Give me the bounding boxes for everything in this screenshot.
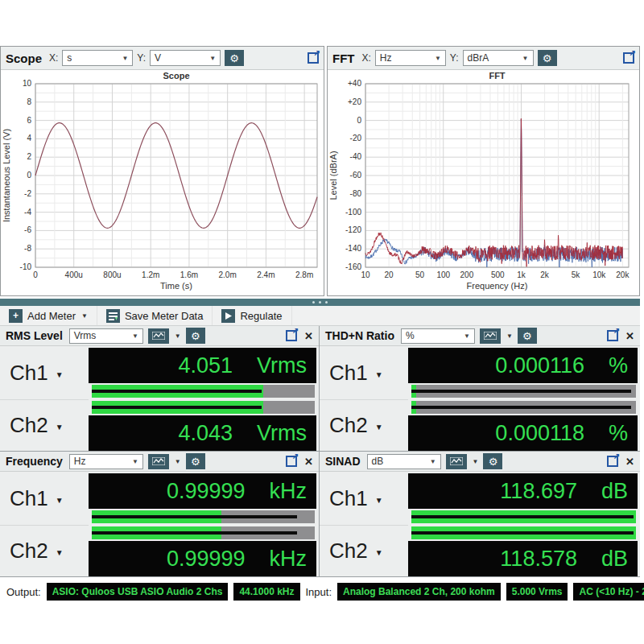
rms-close-icon[interactable]: ✕ — [304, 331, 313, 341]
svg-text:Time (s): Time (s) — [160, 281, 192, 291]
input-range-chip[interactable]: 5.000 Vrms — [506, 583, 568, 601]
horizontal-splitter[interactable] — [0, 299, 640, 306]
sinad-ch2-readout: 118.578 dB — [408, 541, 638, 576]
thdn-ch1-readout: 0.000116 % — [408, 348, 638, 383]
sinad-meter-body: Ch1 ▼ Ch2 ▼ 118.697 dB — [320, 472, 640, 576]
frequency-ch1-bar-meter — [92, 510, 315, 523]
input-config-chip[interactable]: Analog Balanced 2 Ch, 200 kohm — [337, 583, 501, 601]
sinad-close-icon[interactable]: ✕ — [625, 456, 634, 467]
rms-graph-view-button[interactable] — [148, 328, 169, 344]
thdn-ratio-meter-panel: THD+N Ratio % ▼ ▼ ⚙ — [320, 326, 640, 451]
gear-icon: ⚙ — [191, 330, 200, 342]
svg-text:0: 0 — [33, 270, 38, 279]
chevron-down-icon[interactable]: ▼ — [473, 458, 479, 465]
thdn-expand-icon[interactable] — [607, 330, 618, 341]
sinad-graph-view-button[interactable] — [446, 454, 467, 469]
svg-text:100: 100 — [436, 270, 450, 279]
svg-text:+20: +20 — [348, 97, 361, 106]
fft-settings-button[interactable]: ⚙ — [538, 50, 557, 66]
thdn-meter-body: Ch1 ▼ Ch2 ▼ 0.000116 % — [320, 346, 640, 451]
frequency-ch2-selector[interactable]: Ch2 ▼ — [0, 525, 89, 577]
svg-text:-160: -160 — [345, 262, 361, 271]
frequency-ch1-readout: 0.99999 kHz — [89, 473, 316, 509]
chevron-down-icon[interactable]: ▼ — [175, 332, 181, 340]
gear-icon: ⚙ — [489, 456, 498, 468]
output-device-chip[interactable]: ASIO: Quloos USB ASIO Audio 2 Chs — [47, 583, 229, 601]
fft-panel-header: FFT X: Hz ▼ Y: dBrA ▼ ⚙ — [328, 47, 639, 70]
thdn-title: THD+N Ratio — [325, 329, 394, 342]
chevron-down-icon: ▼ — [375, 423, 383, 431]
chevron-down-icon: ▼ — [375, 548, 383, 557]
thdn-ch1-selector[interactable]: Ch1 ▼ — [320, 348, 408, 399]
splitter-grip-dot — [325, 301, 328, 303]
svg-text:5k: 5k — [572, 270, 581, 279]
fft-chart: +40+200-20-40-60-80-100-120-140-16010205… — [328, 70, 640, 296]
scope-x-unit-dropdown[interactable]: s ▼ — [62, 50, 133, 66]
svg-text:-6: -6 — [24, 225, 31, 234]
thdn-settings-button[interactable]: ⚙ — [518, 328, 537, 344]
frequency-close-icon[interactable]: ✕ — [304, 456, 313, 467]
sinad-ch2-selector[interactable]: Ch2 ▼ — [320, 525, 408, 577]
scope-settings-button[interactable]: ⚙ — [225, 50, 244, 66]
rms-settings-button[interactable]: ⚙ — [186, 328, 205, 344]
svg-text:2.8m: 2.8m — [295, 270, 313, 279]
input-coupling-chip[interactable]: AC (<10 Hz) - 20 kHz — [573, 583, 644, 601]
chevron-down-icon[interactable]: ▼ — [506, 332, 513, 340]
thdn-ch2-bar-meter — [411, 401, 636, 414]
frequency-unit-dropdown[interactable]: Hz ▼ — [69, 454, 143, 469]
svg-text:-4: -4 — [24, 208, 31, 217]
svg-text:10: 10 — [23, 79, 32, 88]
frequency-settings-button[interactable]: ⚙ — [186, 453, 205, 469]
frequency-graph-view-button[interactable] — [148, 454, 169, 469]
sinad-ch2-bar-meter — [411, 526, 636, 539]
thdn-unit-dropdown[interactable]: % ▼ — [401, 328, 475, 344]
sinad-ch1-selector[interactable]: Ch1 ▼ — [320, 473, 408, 525]
chevron-down-icon: ▼ — [56, 370, 64, 379]
fft-expand-icon[interactable] — [623, 52, 634, 64]
rms-ch1-selector[interactable]: Ch1 ▼ — [0, 348, 89, 399]
chevron-down-icon: ▼ — [522, 55, 529, 62]
svg-text:20: 20 — [385, 270, 394, 279]
frequency-ch1-selector[interactable]: Ch1 ▼ — [0, 473, 89, 525]
analyzer-window: Scope X: s ▼ Y: V ▼ ⚙ — [0, 0, 644, 644]
save-meter-data-button[interactable]: Save Meter Data — [97, 306, 213, 325]
thdn-header: THD+N Ratio % ▼ ▼ ⚙ — [320, 326, 640, 346]
frequency-expand-icon[interactable] — [286, 456, 297, 467]
fft-y-unit-dropdown[interactable]: dBrA ▼ — [463, 50, 534, 66]
fft-x-unit-dropdown[interactable]: Hz ▼ — [375, 50, 446, 66]
svg-text:8: 8 — [27, 97, 31, 106]
chevron-down-icon[interactable]: ▼ — [175, 458, 181, 465]
meter-grid: RMS Level Vrms ▼ ▼ ⚙ — [0, 326, 640, 577]
svg-text:0: 0 — [27, 171, 31, 180]
meter-toolbar: + Add Meter ▼ Save Meter Data — [0, 306, 640, 326]
rms-ch2-readout: 4.043 Vrms — [89, 415, 316, 451]
svg-text:-2: -2 — [24, 189, 31, 198]
rms-ch2-selector[interactable]: Ch2 ▼ — [0, 399, 89, 452]
chevron-down-icon: ▼ — [464, 332, 470, 340]
svg-text:200: 200 — [460, 270, 474, 279]
sample-rate-chip[interactable]: 44.1000 kHz — [233, 583, 299, 601]
regulate-button[interactable]: Regulate — [213, 306, 291, 325]
rms-expand-icon[interactable] — [286, 330, 297, 341]
thdn-ch2-selector[interactable]: Ch2 ▼ — [320, 399, 408, 452]
thdn-graph-view-button[interactable] — [480, 328, 501, 344]
gear-icon: ⚙ — [229, 52, 239, 64]
svg-text:800u: 800u — [103, 270, 121, 279]
rms-unit-dropdown[interactable]: Vrms ▼ — [69, 328, 143, 344]
chevron-down-icon: ▼ — [132, 458, 138, 465]
sinad-expand-icon[interactable] — [607, 456, 618, 467]
add-meter-button[interactable]: + Add Meter ▼ — [0, 306, 97, 325]
scope-y-unit-dropdown[interactable]: V ▼ — [150, 50, 221, 66]
output-label: Output: — [6, 586, 41, 598]
sinad-unit-dropdown[interactable]: dB ▼ — [367, 454, 441, 469]
svg-text:2: 2 — [27, 152, 31, 161]
sinad-settings-button[interactable]: ⚙ — [483, 453, 502, 469]
svg-text:20k: 20k — [616, 270, 630, 279]
scope-expand-icon[interactable] — [308, 52, 319, 64]
chevron-down-icon: ▼ — [56, 423, 64, 431]
scope-y-axis-label: Y: — [137, 52, 146, 64]
thdn-close-icon[interactable]: ✕ — [625, 331, 634, 341]
sinad-title: SINAD — [325, 455, 361, 468]
svg-text:1.2m: 1.2m — [142, 270, 159, 279]
rms-ch1-bar-meter — [92, 385, 315, 398]
